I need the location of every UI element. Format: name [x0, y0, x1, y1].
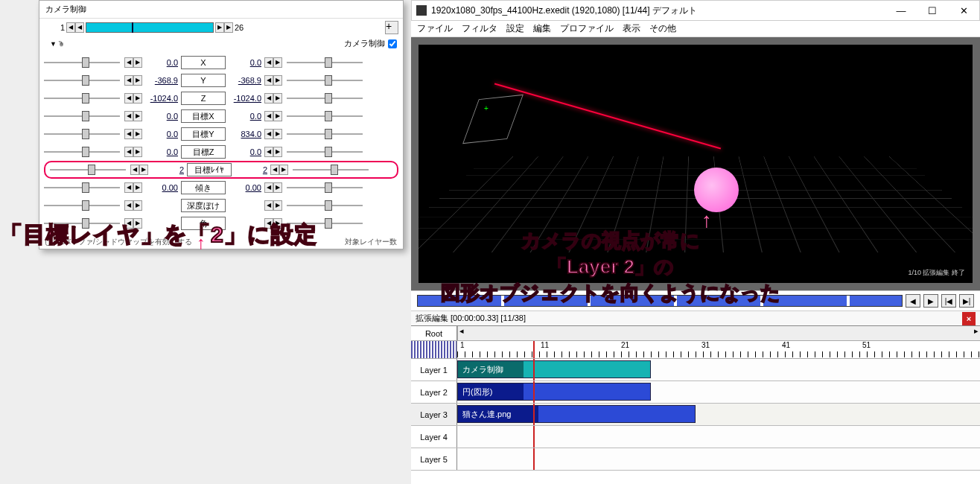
collapse-icon[interactable]: ▼ 🖱 — [50, 40, 65, 48]
clip-shape[interactable]: 円(図形) — [457, 383, 651, 401]
inc-left-icon[interactable]: ▶ — [133, 147, 142, 157]
inc-right-icon[interactable]: ▶ — [273, 75, 282, 86]
menu-編集[interactable]: 編集 — [533, 22, 551, 35]
slider-left[interactable] — [41, 56, 123, 69]
playhead[interactable] — [533, 341, 535, 358]
play-prev-icon[interactable]: ◀ — [906, 294, 920, 308]
inc-left-icon[interactable]: ▶ — [133, 93, 142, 104]
slider-right[interactable] — [284, 127, 366, 141]
slider-right[interactable] — [290, 163, 372, 176]
dec-left-icon[interactable]: ◀ — [124, 75, 133, 86]
dec-left-icon[interactable]: ◀ — [124, 147, 133, 157]
slider-left[interactable] — [41, 181, 123, 194]
inc-left-icon[interactable]: ▶ — [139, 165, 148, 175]
dec-right-icon[interactable]: ◀ — [264, 93, 273, 104]
maximize-button[interactable]: ☐ — [917, 1, 948, 20]
value-left[interactable]: -1024.0 — [144, 94, 179, 103]
slider-left[interactable] — [41, 199, 123, 212]
clip-img[interactable]: 猫さん達.png — [457, 405, 696, 423]
dec-right-icon[interactable]: ◀ — [264, 111, 273, 121]
value-left[interactable]: 0.0 — [144, 130, 179, 138]
param-label[interactable]: 目標ﾚｲﾔ — [187, 163, 232, 176]
menu-プロファイル[interactable]: プロファイル — [560, 22, 614, 35]
dec-left-icon[interactable]: ◀ — [124, 111, 133, 121]
value-left[interactable]: -368.9 — [144, 76, 179, 85]
value-right[interactable]: -1024.0 — [227, 94, 263, 103]
minimize-button[interactable]: — — [885, 1, 917, 20]
value-right[interactable]: 0.0 — [227, 112, 263, 121]
dec-left-icon[interactable]: ◀ — [124, 93, 133, 104]
inc-left-icon[interactable]: ▶ — [133, 57, 142, 68]
inc-right-icon[interactable]: ▶ — [273, 93, 282, 104]
menu-フィルタ[interactable]: フィルタ — [462, 22, 497, 35]
add-button[interactable]: + — [385, 21, 398, 34]
dec-left-icon[interactable]: ◀ — [124, 182, 133, 193]
dec-right-icon[interactable]: ◀ — [264, 147, 273, 157]
slider-right[interactable] — [284, 145, 366, 159]
slider-left[interactable] — [41, 127, 123, 141]
menu-その他[interactable]: その他 — [649, 22, 676, 35]
frame-last-icon[interactable]: ▶ — [215, 22, 224, 33]
layer-track[interactable] — [457, 448, 980, 470]
layer-label[interactable]: Layer 2 — [411, 381, 457, 403]
param-label[interactable]: X — [181, 56, 226, 69]
layer-label[interactable]: Layer 4 — [411, 426, 457, 448]
slider-right[interactable] — [284, 199, 366, 212]
inc-right-icon[interactable]: ▶ — [273, 182, 282, 193]
value-left[interactable]: 0.0 — [144, 58, 179, 67]
inc-right-icon[interactable]: ▶ — [273, 129, 282, 139]
menu-設定[interactable]: 設定 — [506, 22, 524, 35]
dec-left-icon[interactable]: ◀ — [130, 165, 139, 175]
param-label[interactable]: 目標X — [181, 109, 226, 123]
slider-right[interactable] — [284, 92, 366, 105]
dec-right-icon[interactable]: ◀ — [264, 182, 273, 193]
layer-track[interactable]: カメラ制御 — [457, 359, 980, 380]
play-last-icon[interactable]: ▶| — [959, 294, 974, 308]
inc-right-icon[interactable]: ▶ — [273, 111, 282, 121]
param-label[interactable]: Z — [181, 92, 226, 105]
dec-right-icon[interactable]: ◀ — [264, 57, 273, 68]
timeline-close-button[interactable]: × — [962, 312, 976, 325]
layer-label[interactable]: Layer 3 — [411, 404, 457, 425]
dec-left-icon[interactable]: ◀ — [124, 57, 133, 68]
root-label[interactable]: Root — [411, 326, 457, 340]
timeline-ruler[interactable]: 11121314151 — [457, 341, 980, 358]
slider-right[interactable] — [284, 109, 366, 123]
value-right[interactable]: 2 — [233, 165, 269, 174]
close-button[interactable]: ✕ — [948, 1, 979, 20]
frame-current[interactable]: 1 — [44, 23, 65, 32]
play-first-icon[interactable]: |◀ — [941, 294, 956, 308]
dec-right-icon[interactable]: ◀ — [264, 129, 273, 139]
dec-left-icon[interactable]: ◀ — [124, 129, 133, 139]
value-right[interactable]: 834.0 — [227, 130, 263, 138]
value-right[interactable]: 0.00 — [227, 183, 263, 192]
layer-label[interactable]: Layer 1 — [411, 359, 457, 380]
param-label[interactable]: 目標Y — [181, 127, 226, 141]
inc-right-icon[interactable]: ▶ — [273, 147, 282, 157]
slider-left[interactable] — [47, 163, 129, 176]
clip-cam[interactable]: カメラ制御 — [457, 360, 651, 378]
inc-left-icon[interactable]: ▶ — [133, 182, 142, 193]
value-right[interactable]: 0.0 — [227, 58, 263, 67]
frame-prev-icon[interactable]: ◀ — [66, 22, 75, 33]
value-left[interactable]: 0.0 — [144, 112, 179, 121]
slider-left[interactable] — [41, 145, 123, 159]
layer-track[interactable] — [457, 426, 980, 448]
camera-control-checkbox[interactable] — [388, 39, 397, 48]
inc-right-icon[interactable]: ▶ — [273, 200, 282, 211]
menu-表示[interactable]: 表示 — [623, 22, 640, 35]
layer-label[interactable]: Layer 5 — [411, 448, 457, 470]
value-left[interactable]: 2 — [150, 165, 185, 174]
layer-track[interactable]: 猫さん達.png — [457, 404, 980, 425]
dec-left-icon[interactable]: ◀ — [124, 200, 133, 211]
frame-first-icon[interactable]: ◀ — [75, 22, 84, 33]
timeline-scrollbar[interactable]: ◂▸ — [457, 326, 980, 340]
menu-ファイル[interactable]: ファイル — [417, 22, 453, 35]
param-label[interactable]: 目標Z — [181, 145, 226, 159]
slider-left[interactable] — [41, 92, 123, 105]
frame-slider[interactable] — [86, 22, 214, 33]
play-next-icon[interactable]: ▶ — [923, 294, 938, 308]
value-right[interactable]: 0.0 — [227, 147, 263, 156]
frame-next-icon[interactable]: ▶ — [224, 22, 233, 33]
slider-right[interactable] — [284, 74, 366, 87]
